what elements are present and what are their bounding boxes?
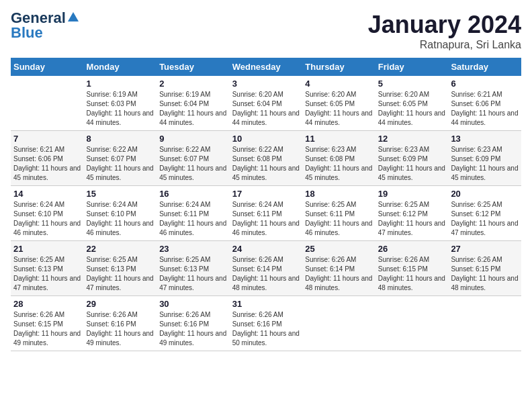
day-number: 28 <box>13 299 81 309</box>
cell-sun-info: Sunrise: 6:26 AMSunset: 6:16 PMDaylight:… <box>159 310 227 348</box>
calendar-cell: 9Sunrise: 6:22 AMSunset: 6:07 PMDaylight… <box>157 131 230 186</box>
cell-sun-info: Sunrise: 6:22 AMSunset: 6:07 PMDaylight:… <box>159 145 227 183</box>
calendar-cell: 8Sunrise: 6:22 AMSunset: 6:07 PMDaylight… <box>84 131 157 186</box>
page-title: January 2024 <box>368 11 521 39</box>
calendar-cell: 10Sunrise: 6:22 AMSunset: 6:08 PMDayligh… <box>230 131 303 186</box>
day-number: 1 <box>87 79 154 89</box>
cell-sun-info: Sunrise: 6:24 AMSunset: 6:10 PMDaylight:… <box>87 200 154 238</box>
day-number: 4 <box>305 79 373 89</box>
calendar-cell: 18Sunrise: 6:25 AMSunset: 6:11 PMDayligh… <box>302 186 375 241</box>
calendar-table: SundayMondayTuesdayWednesdayThursdayFrid… <box>11 58 521 351</box>
cell-sun-info: Sunrise: 6:26 AMSunset: 6:14 PMDaylight:… <box>305 255 373 293</box>
day-number: 2 <box>159 79 227 89</box>
calendar-cell: 4Sunrise: 6:20 AMSunset: 6:05 PMDaylight… <box>302 76 375 131</box>
cell-sun-info: Sunrise: 6:25 AMSunset: 6:12 PMDaylight:… <box>451 200 519 238</box>
calendar-cell: 25Sunrise: 6:26 AMSunset: 6:14 PMDayligh… <box>302 241 375 296</box>
day-number: 3 <box>232 79 300 89</box>
calendar-cell: 14Sunrise: 6:24 AMSunset: 6:10 PMDayligh… <box>11 186 84 241</box>
day-number: 10 <box>232 134 300 144</box>
day-number: 12 <box>378 134 446 144</box>
weekday-header: Sunday <box>11 58 84 76</box>
day-number: 20 <box>451 189 519 199</box>
calendar-cell: 5Sunrise: 6:20 AMSunset: 6:05 PMDaylight… <box>375 76 449 131</box>
logo-blue-text: Blue <box>11 26 43 40</box>
day-number: 15 <box>87 189 154 199</box>
cell-sun-info: Sunrise: 6:23 AMSunset: 6:09 PMDaylight:… <box>451 145 519 183</box>
day-number: 27 <box>451 244 519 254</box>
day-number: 24 <box>232 244 300 254</box>
calendar-week-row: 28Sunrise: 6:26 AMSunset: 6:15 PMDayligh… <box>11 296 521 351</box>
cell-sun-info: Sunrise: 6:24 AMSunset: 6:11 PMDaylight:… <box>232 200 300 238</box>
calendar-cell <box>11 76 84 131</box>
weekday-header: Friday <box>375 58 449 76</box>
calendar-week-row: 21Sunrise: 6:25 AMSunset: 6:13 PMDayligh… <box>11 241 521 296</box>
calendar-cell: 1Sunrise: 6:19 AMSunset: 6:03 PMDaylight… <box>84 76 157 131</box>
weekday-header: Thursday <box>302 58 375 76</box>
calendar-cell: 16Sunrise: 6:24 AMSunset: 6:11 PMDayligh… <box>157 186 230 241</box>
calendar-week-row: 14Sunrise: 6:24 AMSunset: 6:10 PMDayligh… <box>11 186 521 241</box>
cell-sun-info: Sunrise: 6:26 AMSunset: 6:15 PMDaylight:… <box>378 255 446 293</box>
calendar-cell: 23Sunrise: 6:25 AMSunset: 6:13 PMDayligh… <box>157 241 230 296</box>
calendar-cell: 7Sunrise: 6:21 AMSunset: 6:06 PMDaylight… <box>11 131 84 186</box>
cell-sun-info: Sunrise: 6:21 AMSunset: 6:06 PMDaylight:… <box>13 145 81 183</box>
logo: General Blue <box>11 11 79 40</box>
calendar-cell: 21Sunrise: 6:25 AMSunset: 6:13 PMDayligh… <box>11 241 84 296</box>
cell-sun-info: Sunrise: 6:26 AMSunset: 6:15 PMDaylight:… <box>13 310 81 348</box>
cell-sun-info: Sunrise: 6:23 AMSunset: 6:09 PMDaylight:… <box>378 145 446 183</box>
day-number: 22 <box>87 244 154 254</box>
calendar-cell: 27Sunrise: 6:26 AMSunset: 6:15 PMDayligh… <box>448 241 521 296</box>
cell-sun-info: Sunrise: 6:25 AMSunset: 6:11 PMDaylight:… <box>305 200 373 238</box>
day-number: 5 <box>378 79 446 89</box>
cell-sun-info: Sunrise: 6:26 AMSunset: 6:15 PMDaylight:… <box>451 255 519 293</box>
calendar-cell: 6Sunrise: 6:21 AMSunset: 6:06 PMDaylight… <box>448 76 521 131</box>
cell-sun-info: Sunrise: 6:20 AMSunset: 6:05 PMDaylight:… <box>378 90 446 128</box>
weekday-header: Monday <box>84 58 157 76</box>
cell-sun-info: Sunrise: 6:22 AMSunset: 6:07 PMDaylight:… <box>87 145 154 183</box>
weekday-header: Saturday <box>448 58 521 76</box>
calendar-cell <box>302 296 375 351</box>
calendar-week-row: 7Sunrise: 6:21 AMSunset: 6:06 PMDaylight… <box>11 131 521 186</box>
logo-icon <box>67 11 79 23</box>
calendar-cell: 11Sunrise: 6:23 AMSunset: 6:08 PMDayligh… <box>302 131 375 186</box>
calendar-week-row: 1Sunrise: 6:19 AMSunset: 6:03 PMDaylight… <box>11 76 521 131</box>
cell-sun-info: Sunrise: 6:20 AMSunset: 6:05 PMDaylight:… <box>305 90 373 128</box>
cell-sun-info: Sunrise: 6:26 AMSunset: 6:16 PMDaylight:… <box>232 310 300 348</box>
day-number: 16 <box>159 189 227 199</box>
cell-sun-info: Sunrise: 6:24 AMSunset: 6:11 PMDaylight:… <box>159 200 227 238</box>
calendar-cell <box>375 296 449 351</box>
weekday-header: Wednesday <box>230 58 303 76</box>
cell-sun-info: Sunrise: 6:25 AMSunset: 6:13 PMDaylight:… <box>87 255 154 293</box>
cell-sun-info: Sunrise: 6:19 AMSunset: 6:03 PMDaylight:… <box>87 90 154 128</box>
day-number: 23 <box>159 244 227 254</box>
day-number: 31 <box>232 299 300 309</box>
day-number: 13 <box>451 134 519 144</box>
calendar-cell: 26Sunrise: 6:26 AMSunset: 6:15 PMDayligh… <box>375 241 449 296</box>
cell-sun-info: Sunrise: 6:22 AMSunset: 6:08 PMDaylight:… <box>232 145 300 183</box>
calendar-cell: 15Sunrise: 6:24 AMSunset: 6:10 PMDayligh… <box>84 186 157 241</box>
day-number: 19 <box>378 189 446 199</box>
cell-sun-info: Sunrise: 6:26 AMSunset: 6:14 PMDaylight:… <box>232 255 300 293</box>
page-header: General Blue January 2024 Ratnapura, Sri… <box>11 11 521 51</box>
calendar-cell <box>448 296 521 351</box>
day-number: 6 <box>451 79 519 89</box>
day-number: 30 <box>159 299 227 309</box>
calendar-cell: 29Sunrise: 6:26 AMSunset: 6:16 PMDayligh… <box>84 296 157 351</box>
calendar-cell: 13Sunrise: 6:23 AMSunset: 6:09 PMDayligh… <box>448 131 521 186</box>
day-number: 21 <box>13 244 81 254</box>
calendar-cell: 17Sunrise: 6:24 AMSunset: 6:11 PMDayligh… <box>230 186 303 241</box>
calendar-header-row: SundayMondayTuesdayWednesdayThursdayFrid… <box>11 58 521 76</box>
cell-sun-info: Sunrise: 6:25 AMSunset: 6:12 PMDaylight:… <box>378 200 446 238</box>
cell-sun-info: Sunrise: 6:24 AMSunset: 6:10 PMDaylight:… <box>13 200 81 238</box>
calendar-cell: 30Sunrise: 6:26 AMSunset: 6:16 PMDayligh… <box>157 296 230 351</box>
svg-marker-0 <box>68 12 79 21</box>
day-number: 17 <box>232 189 300 199</box>
day-number: 9 <box>159 134 227 144</box>
logo-general-text: General <box>11 11 66 26</box>
day-number: 25 <box>305 244 373 254</box>
calendar-cell: 2Sunrise: 6:19 AMSunset: 6:04 PMDaylight… <box>157 76 230 131</box>
day-number: 11 <box>305 134 373 144</box>
calendar-cell: 12Sunrise: 6:23 AMSunset: 6:09 PMDayligh… <box>375 131 449 186</box>
cell-sun-info: Sunrise: 6:26 AMSunset: 6:16 PMDaylight:… <box>87 310 154 348</box>
title-section: January 2024 Ratnapura, Sri Lanka <box>368 11 521 51</box>
cell-sun-info: Sunrise: 6:21 AMSunset: 6:06 PMDaylight:… <box>451 90 519 128</box>
